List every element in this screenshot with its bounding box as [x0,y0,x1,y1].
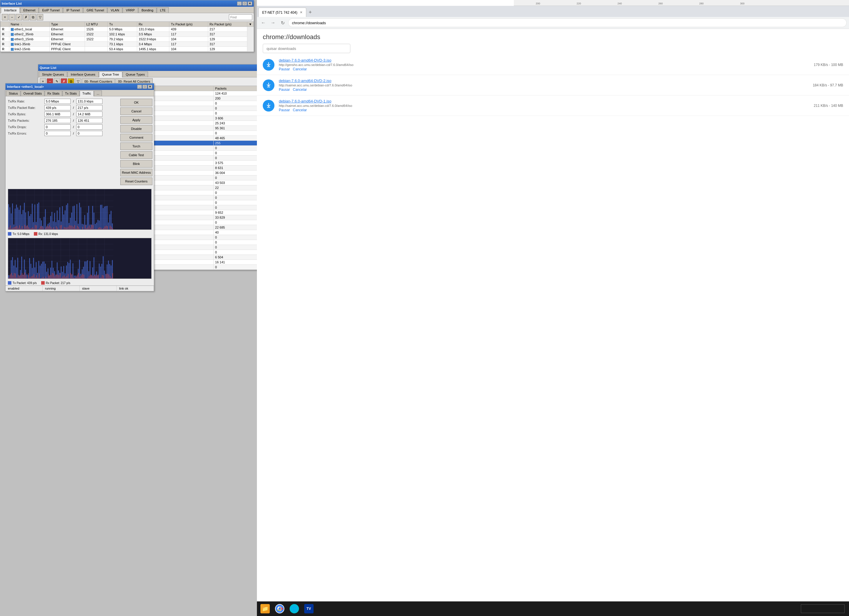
row-tx-packet: 117 [169,42,208,47]
rx-bytes-input[interactable] [76,112,103,117]
remove-btn[interactable]: − [9,14,15,21]
tab-status[interactable]: Status [6,91,21,96]
tab-lte[interactable]: LTE [157,7,169,13]
taskbar-teamviewer[interactable]: TV [302,603,315,615]
detail-close-btn[interactable]: ✕ [148,85,152,89]
back-btn[interactable]: ← [259,19,267,27]
download-size-1: 184 KB/s - 97.7 MB [808,83,843,87]
tab-eoip-tunnel[interactable]: EoIP Tunnel [39,7,63,13]
detail-window-controls: _ □ ✕ [137,85,152,89]
row-l2mtu: 1522 [85,32,107,37]
reset-counters-button[interactable]: Reset Counters [120,177,152,185]
interface-row[interactable]: R ether1_local Ethernet 1526 5.0 Mbps 13… [1,27,254,32]
stat-txrx-bytes: Tx/Rx Bytes: / [8,112,115,117]
row-l2mtu: 1526 [85,27,107,32]
col-tx-packet[interactable]: Tx Packet (p/s) [169,22,208,27]
download-filename-1[interactable]: debian-7.6.0-amd64-DVD-2.iso [279,79,804,83]
col-l2mtu[interactable]: L2 MTU [85,22,107,27]
cross-btn[interactable]: ✗ [23,14,29,21]
detail-minimize-btn[interactable]: _ [137,85,142,89]
new-tab-btn[interactable]: + [307,9,314,16]
tab-ethernet[interactable]: Ethernet [20,7,39,13]
browser-tab-close[interactable]: ✕ [300,10,302,14]
apply-button[interactable]: Apply [120,116,152,124]
minimize-btn[interactable]: _ [237,1,242,6]
download-action-cancelar[interactable]: Cancelar [293,88,307,92]
tab-bonding[interactable]: Bonding [139,7,156,13]
taskbar-chrome[interactable] [273,603,286,615]
tab-more[interactable]: ... [94,91,102,96]
address-bar[interactable]: chrome://downloads [288,18,847,27]
detail-maximize-btn[interactable]: □ [143,85,147,89]
tx-rate-input[interactable] [45,99,71,104]
tab-interface[interactable]: Interface [1,7,20,13]
tab-interface-queues[interactable]: Interface Queues [67,71,98,77]
check-btn[interactable]: ✓ [16,14,22,21]
comment-button[interactable]: Comment [120,134,152,141]
tx-packets-input[interactable] [45,118,71,123]
download-search[interactable] [263,44,350,53]
blink-button[interactable]: Blink [120,160,152,168]
disable-button[interactable]: Disable [120,125,152,132]
tab-gre-tunnel[interactable]: GRE Tunnel [83,7,107,13]
rx-packets-input[interactable] [76,118,103,123]
download-action-pausar[interactable]: Pausar [279,88,290,92]
row-tx: 53.4 kbps [107,47,137,52]
taskbar-vpn[interactable]: 🌐 [287,603,301,615]
col-type[interactable]: Type [49,22,85,27]
rx-errors-input[interactable] [76,131,103,136]
tab-overall-stats[interactable]: Overall Stats [21,91,45,96]
reload-btn[interactable]: ↻ [279,19,287,27]
taskbar-input[interactable] [801,604,845,613]
tx-bytes-input[interactable] [45,112,71,117]
taskbar-file-manager[interactable]: 📁 [258,603,271,615]
stat-packets-label: Tx/Rx Packets: [8,119,43,122]
rx-packet-rate-input[interactable] [76,105,103,110]
interface-row[interactable]: R link1-35mb PPPoE Client 73.1 kbps 3.4 … [1,42,254,47]
download-filename-2[interactable]: debian-7.6.0-amd64-DVD-1.iso [279,99,804,103]
download-filename-0[interactable]: debian-7.6.0-amd64-DVD-3.iso [279,58,804,62]
col-name[interactable]: Name ↑ [9,22,49,27]
filter-btn[interactable]: ▽ [37,14,43,21]
interface-row[interactable]: R link2-15mb PPPoE Client 53.4 kbps 1495… [1,47,254,52]
tx-errors-input[interactable] [45,131,71,136]
forward-btn[interactable]: → [269,19,277,27]
col-tx[interactable]: Tx [107,22,137,27]
download-action-pausar[interactable]: Pausar [279,67,290,71]
tab-vrrp[interactable]: VRRP [123,7,138,13]
interface-row[interactable]: R ether3_15mb Ethernet 1522 79.2 kbps 15… [1,37,254,42]
rx-drops-input[interactable] [76,124,103,129]
col-rx[interactable]: Rx [137,22,169,27]
tab-vlan[interactable]: VLAN [107,7,122,13]
copy-btn[interactable]: ⧉ [30,14,36,21]
download-action-cancelar[interactable]: Cancelar [293,67,307,71]
tab-ip-tunnel[interactable]: IP Tunnel [63,7,83,13]
row-tx: 5.0 Mbps [107,27,137,32]
tab-tx-stats[interactable]: Tx Stats [63,91,79,96]
tab-rx-stats[interactable]: Rx Stats [45,91,62,96]
torch-button[interactable]: Torch [120,143,152,150]
tx-drops-input[interactable] [45,124,71,129]
ok-button[interactable]: OK [120,99,152,106]
tab-traffic[interactable]: Traffic [80,91,94,96]
reset-mac-button[interactable]: Reset MAC Address [120,169,152,176]
download-action-cancelar[interactable]: Cancelar [293,108,307,112]
col-rx-packet[interactable]: Rx Packet (p/s) [208,22,247,27]
add-btn[interactable]: + [2,14,8,21]
cancel-button[interactable]: Cancel [120,107,152,115]
maximize-btn[interactable]: □ [242,1,247,6]
tab-queue-types[interactable]: Queue Types [123,71,148,77]
tx-packet-rate-input[interactable] [45,105,71,110]
download-url-1: http://saimei.acc.umu.se/debian-cd/7.6.0… [279,83,804,87]
col-scroll[interactable]: ▼ [247,22,254,27]
download-action-pausar[interactable]: Pausar [279,108,290,112]
close-btn[interactable]: ✕ [247,1,252,6]
rx-rate-input[interactable] [76,99,103,104]
tab-simple-queues[interactable]: Simple Queues [39,71,67,77]
interface-find-input[interactable] [229,14,252,20]
tab-queue-tree[interactable]: Queue Tree [99,71,122,77]
interface-row[interactable]: R ether2_35mb Ethernet 1522 102.1 kbps 3… [1,32,254,37]
cable-test-button[interactable]: Cable Test [120,151,152,159]
browser-tab-et-net[interactable]: ET-NET (571 742 404) ✕ [258,7,306,17]
browser-content-area: ET-NET (571 742 404) ✕ + ← → ↻ chrome://… [257,6,849,204]
